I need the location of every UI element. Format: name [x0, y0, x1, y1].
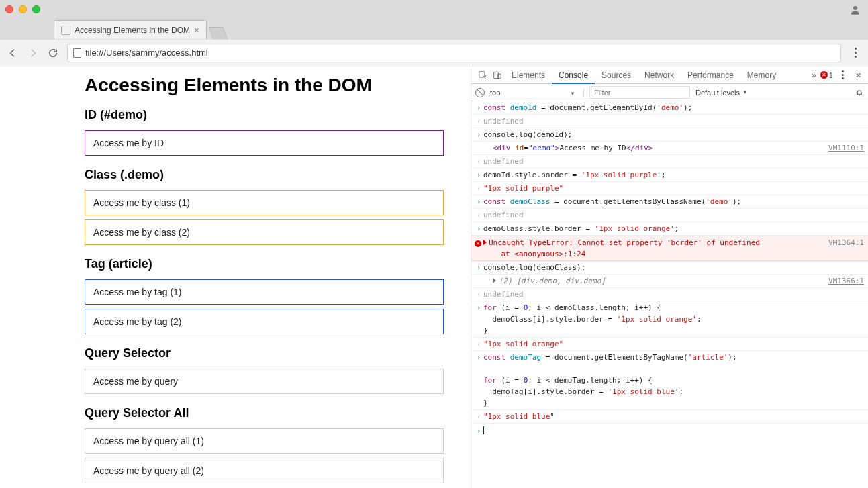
console-row-output: ‹"1px solid orange"	[471, 338, 868, 351]
devtools-menu-button[interactable]	[837, 70, 849, 79]
console-row-output: ‹undefined	[471, 209, 868, 222]
forward-button[interactable]	[27, 47, 39, 59]
section-heading-tag: Tag (article)	[85, 257, 444, 271]
maximize-window-button[interactable]	[32, 5, 40, 13]
section-heading-id: ID (#demo)	[85, 108, 444, 122]
browser-tab[interactable]: Accessing Elements in the DOM ×	[54, 20, 207, 39]
window-controls	[5, 5, 40, 13]
console-row-log: <div id="demo">Access me by ID</div>VM11…	[471, 142, 868, 155]
svg-rect-3	[498, 74, 501, 78]
console-row-output: ‹undefined	[471, 288, 868, 301]
demo-class-box: Access me by class (1)	[85, 190, 444, 215]
demo-tag-box: Access me by tag (2)	[85, 309, 444, 334]
device-toggle-icon[interactable]	[490, 68, 505, 83]
devtools-tabbar: Elements Console Sources Network Perform…	[471, 66, 868, 84]
demo-queryall-box: Access me by query all (2)	[85, 458, 444, 483]
tab-elements[interactable]: Elements	[505, 66, 552, 84]
browser-chrome: Accessing Elements in the DOM × file:///…	[0, 0, 868, 66]
new-tab-button[interactable]	[208, 27, 228, 39]
devtools-close-button[interactable]: ×	[853, 70, 864, 81]
levels-label: Default levels	[695, 89, 740, 97]
console-output[interactable]: ›const demoId = document.getElementById(…	[471, 101, 868, 488]
console-row-output: ‹"1px solid purple"	[471, 182, 868, 195]
clear-console-icon[interactable]	[475, 88, 485, 97]
tab-memory[interactable]: Memory	[740, 66, 783, 84]
error-count-badge[interactable]: ✕ 1	[820, 71, 833, 79]
more-tabs-icon[interactable]: »	[812, 70, 816, 80]
demo-id-box: Access me by ID	[85, 130, 444, 156]
console-row-error: ✕Uncaught TypeError: Cannot set property…	[471, 236, 868, 261]
log-levels-selector[interactable]: Default levels	[695, 89, 748, 97]
tab-title: Accessing Elements in the DOM	[75, 26, 190, 35]
demo-class-box: Access me by class (2)	[85, 219, 444, 245]
console-toolbar: top Default levels	[471, 84, 868, 101]
console-row-output: ‹undefined	[471, 155, 868, 168]
inspect-icon[interactable]	[475, 68, 490, 83]
filter-input[interactable]	[589, 86, 690, 99]
section-heading-queryall: Query Selector All	[85, 406, 444, 420]
source-link[interactable]: VM1110:1	[828, 142, 864, 154]
settings-icon[interactable]	[855, 88, 864, 97]
svg-point-0	[853, 6, 857, 10]
console-row-input: ›const demoId = document.getElementById(…	[471, 101, 868, 115]
console-row-input: ›console.log(demoId);	[471, 128, 868, 142]
console-row-input: ›demoClass.style.border = '1px solid ora…	[471, 222, 868, 236]
source-link[interactable]: VM1364:1	[828, 237, 864, 248]
error-count: 1	[829, 71, 833, 79]
tab-network[interactable]: Network	[638, 66, 681, 84]
reload-button[interactable]	[47, 47, 59, 59]
address-bar[interactable]: file:///Users/sammy/access.html	[67, 44, 841, 62]
file-icon	[73, 48, 81, 58]
section-heading-class: Class (.demo)	[85, 168, 444, 182]
source-link[interactable]: VM1366:1	[828, 275, 864, 287]
page-content: Accessing Elements in the DOM ID (#demo)…	[0, 66, 471, 488]
back-button[interactable]	[7, 47, 19, 59]
viewport: Accessing Elements in the DOM ID (#demo)…	[0, 66, 868, 488]
context-selector[interactable]: top	[490, 89, 584, 97]
console-row-input: ›const demoClass = document.getElementsB…	[471, 195, 868, 209]
console-row-input: ›const demoTag = document.getElementsByT…	[471, 351, 868, 410]
console-row-output: ‹"1px solid blue"	[471, 410, 868, 424]
demo-queryall-box: Access me by query all (1)	[85, 428, 444, 454]
console-prompt[interactable]: ›	[471, 424, 868, 438]
tab-close-icon[interactable]: ×	[194, 25, 199, 35]
error-dot-icon: ✕	[820, 71, 828, 79]
url-text: file:///Users/sammy/access.html	[85, 48, 208, 58]
console-row-input: ›demoId.style.border = '1px solid purple…	[471, 168, 868, 182]
page-title: Accessing Elements in the DOM	[85, 75, 444, 96]
console-row-input: ›for (i = 0; i < demoClass.length; i++) …	[471, 301, 868, 338]
context-value: top	[490, 89, 500, 97]
favicon-icon	[61, 26, 70, 35]
console-row-log: (2) [div.demo, div.demo]VM1366:1	[471, 275, 868, 288]
close-window-button[interactable]	[5, 5, 13, 13]
profile-icon[interactable]	[849, 4, 861, 16]
console-row-input: ›console.log(demoClass);	[471, 261, 868, 275]
console-row-output: ‹undefined	[471, 115, 868, 128]
browser-menu-button[interactable]	[849, 48, 861, 58]
tab-performance[interactable]: Performance	[681, 66, 740, 84]
tab-sources[interactable]: Sources	[595, 66, 638, 84]
tab-bar: Accessing Elements in the DOM ×	[0, 19, 868, 39]
tab-console[interactable]: Console	[552, 66, 595, 84]
section-heading-query: Query Selector	[85, 346, 444, 360]
demo-tag-box: Access me by tag (1)	[85, 279, 444, 305]
devtools-panel: Elements Console Sources Network Perform…	[471, 66, 868, 488]
toolbar: file:///Users/sammy/access.html	[0, 39, 868, 66]
minimize-window-button[interactable]	[19, 5, 27, 13]
titlebar	[0, 0, 868, 19]
demo-query-box: Access me by query	[85, 369, 444, 394]
